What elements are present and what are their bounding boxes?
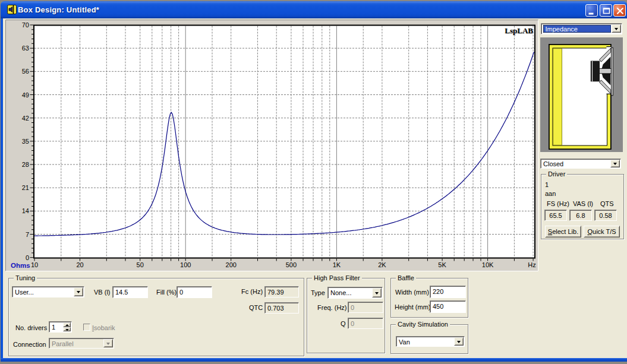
svg-text:LspLAB: LspLAB (505, 26, 533, 35)
svg-text:70: 70 (22, 21, 29, 29)
svg-text:1K: 1K (333, 261, 341, 268)
svg-text:Hz: Hz (528, 261, 535, 268)
svg-text:20: 20 (76, 261, 83, 268)
svg-text:5K: 5K (438, 261, 446, 268)
svg-text:14: 14 (22, 207, 29, 214)
svg-text:500: 500 (286, 261, 297, 268)
svg-text:49: 49 (22, 91, 29, 99)
svg-text:0: 0 (26, 254, 29, 261)
svg-text:7: 7 (26, 231, 29, 238)
svg-text:56: 56 (22, 68, 29, 75)
svg-text:10K: 10K (482, 261, 494, 268)
svg-text:50: 50 (137, 261, 144, 268)
svg-text:63: 63 (22, 45, 29, 52)
svg-text:100: 100 (180, 261, 191, 268)
svg-text:21: 21 (22, 184, 29, 191)
svg-text:2K: 2K (378, 261, 386, 268)
svg-text:42: 42 (22, 115, 29, 122)
svg-text:35: 35 (22, 138, 29, 145)
svg-text:Ohms: Ohms (11, 262, 30, 269)
svg-text:28: 28 (22, 161, 29, 168)
svg-text:200: 200 (226, 261, 237, 268)
svg-text:10: 10 (31, 261, 38, 268)
